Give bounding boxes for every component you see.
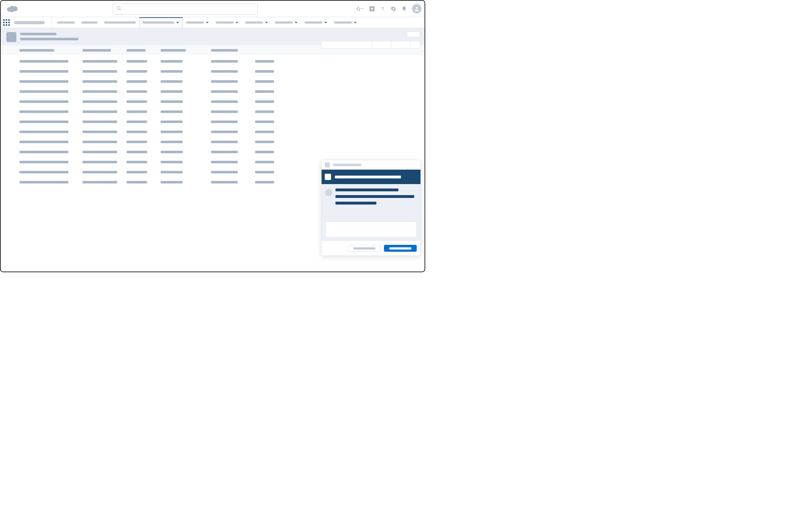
- column-header-1[interactable]: [83, 49, 127, 52]
- global-search[interactable]: [113, 3, 258, 15]
- docked-composer: [321, 160, 421, 256]
- cell-placeholder: [83, 80, 117, 83]
- table-row[interactable]: [19, 70, 419, 73]
- nav-item-7[interactable]: [272, 17, 301, 28]
- table-cell: [83, 131, 127, 133]
- nav-item-label: [186, 21, 204, 23]
- salesforce-logo: [6, 5, 18, 13]
- help-button[interactable]: Help: [380, 6, 385, 12]
- column-header-4[interactable]: [211, 49, 255, 52]
- cell-placeholder: [211, 60, 238, 62]
- global-add-button[interactable]: Add: [369, 6, 375, 12]
- svg-line-5: [120, 9, 121, 11]
- column-header-3[interactable]: [161, 49, 211, 52]
- table-cell: [161, 90, 211, 93]
- column-header-2[interactable]: [127, 49, 161, 52]
- cell-placeholder: [211, 171, 238, 174]
- cell-placeholder: [211, 70, 238, 73]
- notifications-button[interactable]: Notifications: [401, 6, 407, 12]
- nav-item-4[interactable]: [183, 17, 212, 28]
- nav-item-8[interactable]: [301, 17, 331, 28]
- message-line: [335, 188, 398, 191]
- table-cell: [161, 101, 211, 103]
- nav-item-9[interactable]: [331, 17, 360, 28]
- list-action-3[interactable]: [410, 41, 420, 49]
- cell-placeholder: [161, 90, 183, 93]
- composer-header-icon: [325, 162, 330, 167]
- table-row[interactable]: [19, 90, 419, 93]
- cell-placeholder: [127, 80, 147, 83]
- table-row[interactable]: [19, 60, 419, 62]
- table-cell: [127, 151, 161, 153]
- table-row[interactable]: [19, 151, 419, 153]
- svg-point-4: [117, 6, 120, 10]
- profile-avatar[interactable]: Profile: [412, 4, 421, 14]
- table-cell: [83, 80, 127, 83]
- composer-subject-bar[interactable]: [322, 169, 420, 184]
- cell-placeholder: [83, 90, 117, 93]
- table-cell: [211, 161, 255, 163]
- composer-subject-text: [335, 176, 401, 178]
- list-action-0[interactable]: [321, 41, 372, 49]
- table-cell: [211, 101, 255, 103]
- table-cell: [255, 101, 290, 103]
- table-row[interactable]: [19, 80, 419, 83]
- nav-item-1[interactable]: [78, 17, 101, 28]
- nav-item-0[interactable]: [54, 17, 78, 28]
- composer-reply-input[interactable]: [325, 221, 417, 237]
- cell-placeholder: [211, 80, 238, 83]
- table-cell: [127, 171, 161, 174]
- nav-separator: [51, 17, 52, 28]
- nav-item-label: [305, 21, 322, 23]
- nav-item-3[interactable]: [139, 17, 183, 28]
- app-launcher-icon: [3, 19, 10, 26]
- docked-composer-header[interactable]: [322, 160, 420, 169]
- svg-rect-9: [370, 8, 374, 9]
- table-cell: [255, 181, 290, 183]
- setup-button[interactable]: Setup: [391, 6, 396, 12]
- list-action-2[interactable]: [391, 41, 410, 49]
- cell-placeholder: [83, 171, 117, 174]
- new-button[interactable]: [407, 32, 420, 37]
- nav-item-6[interactable]: [242, 17, 272, 28]
- column-header-label: [211, 49, 238, 52]
- table-cell: [19, 131, 83, 133]
- table-cell: [255, 171, 290, 174]
- cell-placeholder: [255, 151, 274, 153]
- cell-placeholder: [83, 161, 117, 163]
- table-cell: [211, 70, 255, 73]
- cell-placeholder: [83, 131, 117, 133]
- cell-placeholder: [19, 141, 68, 143]
- favorites-menu[interactable]: Favorites: [356, 6, 364, 11]
- table-row[interactable]: [19, 141, 419, 143]
- table-row[interactable]: [19, 110, 419, 113]
- table-cell: [255, 161, 290, 163]
- table-cell: [83, 110, 127, 113]
- cell-placeholder: [83, 101, 117, 103]
- cell-placeholder: [127, 151, 147, 153]
- cell-placeholder: [255, 80, 274, 83]
- cell-placeholder: [161, 101, 183, 103]
- global-search-input[interactable]: [124, 6, 254, 11]
- nav-item-label: [82, 21, 97, 23]
- table-cell: [83, 101, 127, 103]
- cell-placeholder: [83, 110, 117, 113]
- nav-item-label: [275, 21, 293, 23]
- composer-secondary-button[interactable]: [348, 245, 381, 252]
- column-header-0[interactable]: [19, 49, 83, 52]
- global-header: Favorites Add Help Setup Notifications: [1, 1, 425, 17]
- cell-placeholder: [211, 131, 238, 133]
- table-row[interactable]: [19, 101, 419, 103]
- app-launcher[interactable]: App Launcher: [1, 17, 12, 28]
- nav-item-2[interactable]: [101, 17, 139, 28]
- nav-item-5[interactable]: [212, 17, 242, 28]
- list-action-1[interactable]: [372, 41, 391, 49]
- composer-body: [322, 184, 420, 241]
- list-view-name[interactable]: [20, 38, 79, 40]
- table-cell: [127, 181, 161, 183]
- table-row[interactable]: [19, 131, 419, 133]
- table-row[interactable]: [19, 121, 419, 123]
- table-cell: [161, 121, 211, 123]
- cell-placeholder: [255, 181, 274, 183]
- composer-primary-button[interactable]: [384, 245, 417, 252]
